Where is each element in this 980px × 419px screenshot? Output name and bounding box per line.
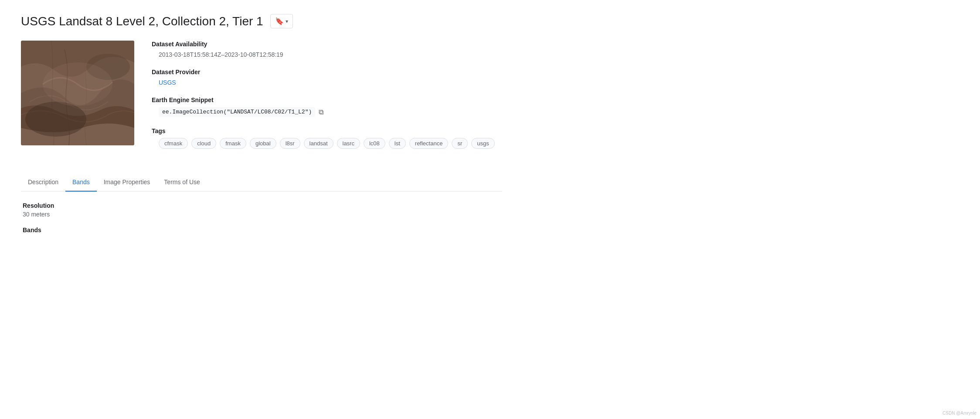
tags-section: Tags cfmaskcloudfmaskgloball8srlandsatla…: [152, 127, 502, 149]
tags-container: cfmaskcloudfmaskgloball8srlandsatlasrclc…: [152, 138, 502, 149]
resolution-label: Resolution: [23, 202, 500, 209]
tab-description[interactable]: Description: [21, 173, 65, 192]
svg-point-3: [43, 62, 112, 106]
tag: l8sr: [280, 138, 300, 149]
page-container: USGS Landsat 8 Level 2, Collection 2, Ti…: [0, 0, 523, 247]
bands-section-label: Bands: [23, 227, 500, 234]
title-row: USGS Landsat 8 Level 2, Collection 2, Ti…: [21, 14, 502, 28]
tag: sr: [452, 138, 468, 149]
resolution-value: 30 meters: [23, 211, 500, 218]
tag: lst: [389, 138, 406, 149]
provider-link[interactable]: USGS: [152, 79, 176, 86]
provider-section: Dataset Provider USGS: [152, 69, 502, 86]
availability-label: Dataset Availability: [152, 41, 502, 48]
tag: cloud: [191, 138, 216, 149]
tag: landsat: [304, 138, 333, 149]
snippet-code: ee.ImageCollection("LANDSAT/LC08/C02/T1_…: [159, 107, 315, 117]
external-link-icon[interactable]: ⧉: [319, 108, 323, 116]
metadata-panel: Dataset Availability 2013-03-18T15:58:14…: [152, 41, 502, 159]
bookmark-icon: 🔖: [275, 17, 284, 25]
tag: reflectance: [409, 138, 449, 149]
availability-value: 2013-03-18T15:58:14Z–2023-10-08T12:58:19: [152, 51, 502, 58]
tab-bands[interactable]: Bands: [65, 173, 97, 192]
tag: lc08: [364, 138, 385, 149]
dataset-thumbnail: [21, 41, 134, 145]
tag: usgs: [471, 138, 494, 149]
thumbnail-svg: [21, 41, 134, 145]
provider-label: Dataset Provider: [152, 69, 502, 76]
svg-point-1: [25, 102, 86, 137]
page-title: USGS Landsat 8 Level 2, Collection 2, Ti…: [21, 14, 263, 28]
tag: fmask: [220, 138, 246, 149]
availability-section: Dataset Availability 2013-03-18T15:58:14…: [152, 41, 502, 58]
snippet-section: Earth Engine Snippet ee.ImageCollection(…: [152, 96, 502, 117]
tab-terms-of-use[interactable]: Terms of Use: [157, 173, 207, 192]
thumbnail-container: [21, 41, 134, 159]
tag: global: [250, 138, 276, 149]
tag: lasrc: [337, 138, 360, 149]
snippet-label: Earth Engine Snippet: [152, 96, 502, 103]
chevron-down-icon: ▾: [286, 18, 288, 24]
snippet-container: ee.ImageCollection("LANDSAT/LC08/C02/T1_…: [152, 107, 502, 117]
tags-label: Tags: [152, 127, 502, 134]
tabs-container: DescriptionBandsImage PropertiesTerms of…: [21, 173, 502, 192]
bands-content: Resolution 30 meters Bands: [21, 202, 502, 234]
bookmark-button[interactable]: 🔖 ▾: [270, 14, 293, 28]
tag: cfmask: [159, 138, 188, 149]
tab-image-properties[interactable]: Image Properties: [97, 173, 157, 192]
main-content: Dataset Availability 2013-03-18T15:58:14…: [21, 41, 502, 159]
